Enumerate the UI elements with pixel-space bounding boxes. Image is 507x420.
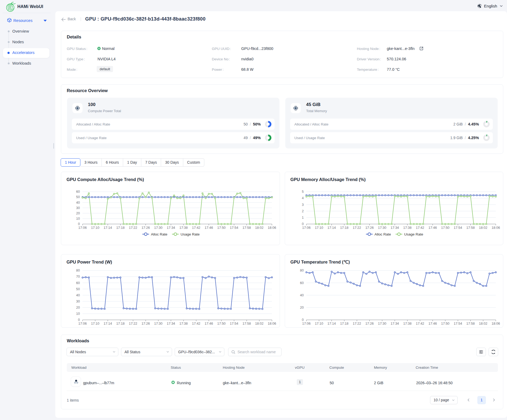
svg-text:17:50: 17:50 [217, 322, 225, 325]
svg-text:17:26: 17:26 [365, 322, 374, 325]
svg-text:20: 20 [300, 306, 304, 309]
svg-text:0: 0 [302, 222, 304, 226]
svg-text:17:38: 17:38 [179, 226, 188, 230]
svg-text:10: 10 [76, 312, 80, 316]
svg-text:18:06: 18:06 [492, 226, 500, 230]
svg-text:17:54: 17:54 [454, 226, 462, 230]
svg-text:80: 80 [300, 269, 304, 272]
svg-text:17:58: 17:58 [466, 226, 475, 230]
svg-text:3: 3 [302, 203, 304, 207]
svg-text:17:58: 17:58 [243, 322, 251, 325]
svg-text:17:42: 17:42 [192, 322, 200, 325]
svg-text:20: 20 [76, 211, 80, 215]
svg-text:30: 30 [76, 300, 80, 303]
svg-text:60: 60 [300, 281, 304, 285]
svg-text:18:02: 18:02 [255, 322, 263, 325]
svg-text:17:42: 17:42 [192, 226, 200, 230]
svg-text:17:58: 17:58 [466, 322, 475, 325]
svg-text:17:30: 17:30 [154, 226, 162, 230]
svg-text:50: 50 [76, 195, 80, 199]
svg-text:17:42: 17:42 [416, 226, 424, 230]
svg-text:0: 0 [78, 222, 80, 226]
svg-text:18:06: 18:06 [492, 322, 500, 325]
svg-text:17:06: 17:06 [302, 322, 310, 325]
svg-text:17:30: 17:30 [154, 322, 162, 325]
svg-text:60: 60 [76, 190, 80, 194]
svg-text:17:38: 17:38 [403, 226, 411, 230]
svg-text:17:34: 17:34 [391, 226, 399, 230]
svg-text:40: 40 [300, 293, 304, 297]
svg-text:17:54: 17:54 [454, 322, 462, 325]
svg-text:60: 60 [76, 281, 80, 285]
svg-text:2: 2 [302, 209, 304, 213]
svg-text:Usage Rate: Usage Rate [181, 232, 200, 236]
svg-text:17:22: 17:22 [353, 322, 361, 325]
svg-text:17:30: 17:30 [378, 226, 386, 230]
svg-text:5: 5 [302, 190, 304, 194]
svg-text:17:46: 17:46 [428, 322, 437, 325]
svg-text:17:34: 17:34 [167, 322, 175, 325]
svg-text:17:10: 17:10 [315, 322, 323, 325]
svg-text:17:26: 17:26 [142, 322, 150, 325]
svg-text:18:06: 18:06 [268, 226, 276, 230]
svg-text:17:50: 17:50 [441, 322, 449, 325]
svg-text:17:10: 17:10 [315, 226, 323, 230]
svg-text:17:46: 17:46 [205, 322, 213, 325]
svg-text:20: 20 [76, 306, 80, 309]
svg-text:17:10: 17:10 [91, 226, 99, 230]
svg-text:18:02: 18:02 [479, 322, 487, 325]
svg-text:17:14: 17:14 [104, 322, 112, 325]
svg-text:10: 10 [76, 217, 80, 221]
svg-text:Alloc Rate: Alloc Rate [375, 232, 391, 236]
svg-text:17:38: 17:38 [403, 322, 411, 325]
svg-text:17:14: 17:14 [327, 322, 336, 325]
svg-text:17:58: 17:58 [243, 226, 251, 230]
svg-text:40: 40 [76, 293, 80, 297]
svg-text:17:46: 17:46 [205, 226, 213, 230]
svg-text:17:54: 17:54 [230, 226, 238, 230]
svg-text:17:50: 17:50 [217, 226, 225, 230]
svg-text:18:02: 18:02 [255, 226, 263, 230]
svg-text:17:22: 17:22 [353, 226, 361, 230]
svg-text:17:50: 17:50 [441, 226, 449, 230]
svg-text:17:30: 17:30 [378, 322, 386, 325]
svg-text:17:18: 17:18 [340, 226, 348, 230]
svg-text:17:26: 17:26 [142, 226, 150, 230]
svg-text:80: 80 [76, 269, 80, 272]
svg-text:17:14: 17:14 [104, 226, 112, 230]
svg-text:17:18: 17:18 [116, 226, 124, 230]
svg-text:18:02: 18:02 [479, 226, 487, 230]
svg-text:Alloc Rate: Alloc Rate [151, 232, 167, 236]
svg-text:18:06: 18:06 [268, 322, 276, 325]
svg-text:17:10: 17:10 [91, 322, 99, 325]
svg-text:30: 30 [76, 206, 80, 210]
svg-text:0: 0 [302, 318, 304, 322]
svg-text:17:06: 17:06 [78, 226, 87, 230]
svg-text:Usage Rate: Usage Rate [404, 232, 423, 236]
svg-text:17:46: 17:46 [428, 226, 437, 230]
svg-text:17:26: 17:26 [365, 226, 374, 230]
svg-text:17:22: 17:22 [129, 322, 137, 325]
svg-text:17:14: 17:14 [327, 226, 336, 230]
svg-text:4: 4 [302, 196, 304, 200]
svg-text:17:18: 17:18 [116, 322, 124, 325]
svg-text:17:34: 17:34 [391, 322, 399, 325]
svg-text:17:54: 17:54 [230, 322, 238, 325]
svg-text:17:34: 17:34 [167, 226, 175, 230]
svg-text:17:06: 17:06 [78, 322, 87, 325]
svg-text:17:18: 17:18 [340, 322, 348, 325]
svg-text:17:06: 17:06 [302, 226, 310, 230]
svg-text:17:42: 17:42 [416, 322, 424, 325]
svg-text:1: 1 [302, 216, 304, 219]
svg-text:17:22: 17:22 [129, 226, 137, 230]
svg-text:50: 50 [76, 287, 80, 291]
svg-text:40: 40 [76, 201, 80, 205]
svg-text:0: 0 [78, 318, 80, 322]
svg-text:70: 70 [76, 275, 80, 278]
svg-text:17:38: 17:38 [179, 322, 188, 325]
